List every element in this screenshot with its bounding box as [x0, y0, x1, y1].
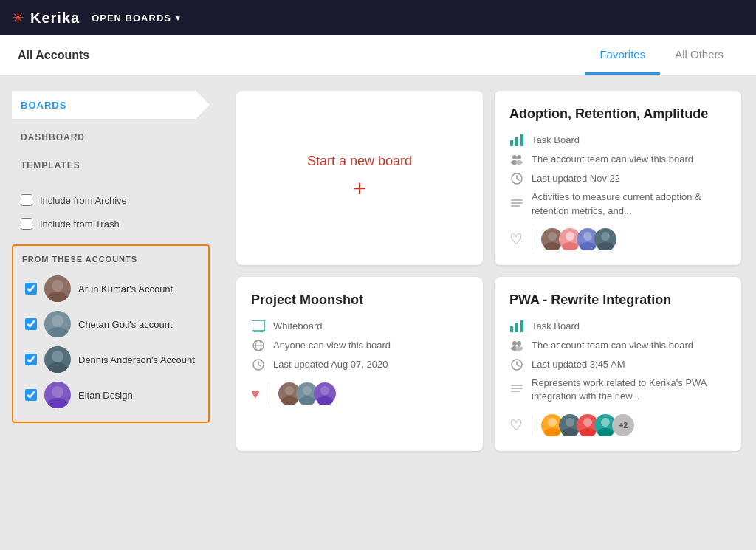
svg-point-39: [320, 386, 329, 395]
logo-area[interactable]: ✳ Kerika: [12, 9, 80, 27]
svg-rect-51: [511, 391, 520, 392]
board-desc-row-pwa: Represents work related to Kerika's PWA …: [509, 377, 726, 403]
svg-point-5: [48, 362, 67, 373]
include-trash-checkbox[interactable]: [21, 218, 32, 230]
boards-grid: Start a new board + Adoption, Retention,…: [236, 91, 741, 451]
account-name-arun: Arun Kumar's Account: [78, 283, 173, 295]
svg-point-23: [583, 232, 592, 241]
svg-point-21: [566, 232, 574, 241]
svg-point-40: [317, 396, 333, 405]
board-desc-pwa: Represents work related to Kerika's PWA …: [532, 377, 726, 403]
svg-point-55: [562, 428, 578, 436]
board-visibility-pwa: The account team can view this board: [532, 339, 693, 352]
board-visibility-moonshot: Anyone can view this board: [273, 339, 391, 352]
board-type-adoption: Task Board: [532, 134, 580, 147]
svg-rect-16: [511, 199, 523, 201]
board-type-row-moonshot: Whiteboard: [251, 319, 468, 334]
board-visibility-row-adoption: The account team can view this board: [509, 152, 726, 167]
account-checkbox-arun[interactable]: [25, 283, 37, 295]
avatar-arun: [44, 275, 71, 302]
svg-point-54: [566, 418, 574, 427]
board-type-row-pwa: Task Board: [509, 319, 726, 334]
task-board-icon-pwa: [509, 319, 524, 334]
svg-point-35: [285, 386, 294, 395]
new-board-text: Start a new board: [307, 154, 412, 169]
board-updated-row-moonshot: Last updated Aug 07, 2020: [251, 357, 468, 372]
sidebar: BOARDS DASHBOARD TEMPLATES Include from …: [0, 76, 221, 550]
board-visibility-row-moonshot: Anyone can view this board: [251, 338, 468, 353]
board-card-adoption[interactable]: Adoption, Retention, Amplitude Task Boar…: [495, 91, 741, 265]
footer-divider-adoption: [532, 229, 532, 250]
avatar-dennis: [44, 346, 71, 373]
sidebar-item-templates[interactable]: TEMPLATES: [12, 153, 210, 178]
sidebar-item-dashboard[interactable]: DASHBOARD: [12, 125, 210, 150]
avatar-group-pwa: +2: [541, 414, 634, 436]
svg-rect-27: [252, 320, 265, 331]
svg-rect-17: [511, 202, 523, 204]
board-type-pwa: Task Board: [532, 320, 580, 333]
people-icon-adoption: [509, 152, 524, 167]
svg-rect-42: [515, 323, 518, 332]
account-checkbox-dennis[interactable]: [25, 354, 37, 365]
svg-rect-41: [510, 326, 513, 332]
svg-point-59: [597, 428, 614, 436]
svg-point-36: [281, 396, 298, 405]
include-trash-label: Include from Trash: [40, 219, 120, 230]
clock-icon-moonshot: [251, 357, 266, 372]
account-item-chetan[interactable]: Chetan Goti's account: [22, 306, 199, 342]
globe-icon-moonshot: [251, 338, 266, 353]
svg-point-58: [601, 418, 610, 427]
svg-point-53: [544, 428, 560, 436]
board-desc-row-adoption: Activities to measure current adoption &…: [509, 190, 726, 217]
include-archive-label: Include from Archive: [40, 195, 127, 206]
tab-favorites[interactable]: Favorites: [585, 36, 660, 75]
svg-point-24: [580, 242, 596, 250]
account-name-chetan: Chetan Goti's account: [78, 319, 173, 330]
sub-header: All Accounts Favorites All Others: [0, 35, 756, 76]
board-footer-pwa: ♡: [509, 414, 726, 436]
account-item-dennis[interactable]: Dennis Anderson's Account: [22, 342, 199, 377]
footer-divider-moonshot: [269, 383, 269, 404]
favorite-icon-adoption[interactable]: ♡: [509, 230, 523, 248]
sidebar-item-boards[interactable]: BOARDS: [12, 91, 210, 119]
board-desc-adoption: Activities to measure current adoption &…: [532, 190, 726, 217]
new-board-plus-icon: +: [353, 175, 367, 202]
avatar-group-moonshot: [278, 382, 336, 405]
board-footer-moonshot: ♥: [251, 382, 468, 405]
svg-rect-9: [515, 137, 518, 146]
account-checkbox-chetan[interactable]: [25, 318, 37, 330]
favorite-icon-moonshot[interactable]: ♥: [251, 385, 260, 402]
svg-point-38: [299, 396, 315, 405]
board-card-pwa[interactable]: PWA - Rewrite Integration Task Board The…: [495, 277, 741, 451]
svg-point-3: [48, 327, 67, 337]
board-updated-moonshot: Last updated Aug 07, 2020: [273, 358, 388, 371]
account-item-eitan[interactable]: Eitan Design: [22, 377, 199, 413]
board-type-row-adoption: Task Board: [509, 133, 726, 148]
board-card-moonshot[interactable]: Project Moonshot Whiteboard Anyone can v…: [236, 277, 483, 451]
whiteboard-icon-moonshot: [251, 319, 266, 334]
svg-point-20: [544, 242, 560, 250]
board-title-moonshot: Project Moonshot: [251, 292, 468, 309]
board-meta-pwa: Task Board The account team can view thi…: [509, 319, 726, 403]
favorite-icon-pwa[interactable]: ♡: [509, 416, 523, 434]
include-archive-checkbox[interactable]: [21, 194, 32, 206]
open-boards-nav[interactable]: OPEN BOARDS ▼: [92, 13, 182, 24]
account-item-arun[interactable]: Arun Kumar's Account: [22, 271, 199, 306]
board-visibility-adoption: The account team can view this board: [532, 153, 693, 166]
description-icon-adoption: [509, 197, 524, 212]
board-updated-pwa: Last updated 3:45 AM: [532, 358, 625, 371]
svg-point-44: [512, 341, 517, 346]
svg-point-4: [52, 351, 63, 362]
avatar-chetan: [44, 311, 71, 337]
svg-point-45: [517, 341, 521, 346]
tab-group: Favorites All Others: [585, 36, 738, 75]
tab-all-others[interactable]: All Others: [660, 36, 738, 75]
account-checkbox-eitan[interactable]: [25, 389, 37, 401]
svg-point-57: [580, 428, 596, 436]
board-updated-row-adoption: Last updated Nov 22: [509, 171, 726, 186]
new-board-card[interactable]: Start a new board +: [236, 91, 483, 265]
include-archive-checkbox-item[interactable]: Include from Archive: [12, 188, 210, 212]
svg-point-12: [517, 155, 521, 159]
svg-rect-8: [510, 140, 513, 146]
include-trash-checkbox-item[interactable]: Include from Trash: [12, 212, 210, 236]
